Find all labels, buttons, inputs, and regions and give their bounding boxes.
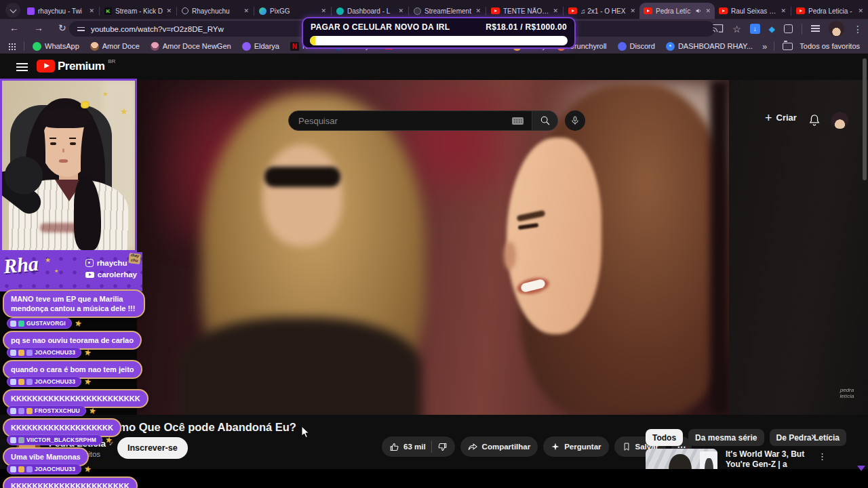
thumbs-down-icon[interactable] [437, 442, 448, 452]
search-box[interactable] [288, 110, 532, 131]
youtube-icon [491, 7, 500, 14]
search-button[interactable] [532, 110, 558, 131]
close-icon[interactable]: ✕ [858, 7, 863, 14]
voice-search-button[interactable] [565, 110, 585, 131]
ask-button[interactable]: Perguntar [543, 436, 608, 457]
bookmarks-overflow-icon[interactable]: » [762, 41, 767, 52]
chat-bubble: KKKKKKKKKKKKKKKKKKKKKK [3, 476, 138, 488]
bookmarks-divider [24, 41, 24, 51]
tab-kick[interactable]: KStream - Kick D✕ [100, 3, 176, 19]
thumbs-up-icon[interactable] [389, 442, 399, 452]
chip-de-pedra-leticia[interactable]: De Pedra Letícia [770, 429, 846, 446]
diamond-extension-icon[interactable]: ◆ [769, 24, 775, 34]
chat-badge-icon [10, 437, 16, 443]
stream-banner-overlay: Rha ★ ★ rhay chu rhaychu carolerhay [0, 252, 142, 291]
sunglasses [264, 167, 340, 187]
chat-username-pill: FROSTXXCHUU [7, 405, 86, 416]
streamelements-icon [414, 7, 421, 15]
back-icon[interactable]: ← [9, 22, 19, 33]
close-icon[interactable]: ✕ [705, 7, 711, 14]
subscribe-button[interactable]: Inscrever-se [117, 437, 188, 459]
close-icon[interactable]: ✕ [321, 7, 326, 14]
bookmark-discord[interactable]: Discord [618, 42, 655, 51]
chat-message: FROSTXXCHUU★ KKKKKKKKKKKKKKKKKKK [3, 405, 121, 437]
sticker-icon: ★ [83, 464, 92, 474]
search-input[interactable] [297, 115, 512, 127]
tab-separator [563, 7, 564, 16]
close-icon[interactable]: ✕ [630, 7, 635, 14]
close-icon[interactable]: ✕ [89, 7, 94, 14]
chat-username-pill: VIICTOR_BLACKSRPHM [7, 434, 102, 445]
close-icon[interactable]: ✕ [243, 7, 249, 14]
scroll-down-arrow-icon[interactable] [857, 466, 865, 471]
tab-pedra-leticia-2[interactable]: Pedra Leticia -✕ [792, 3, 867, 19]
tab-rhaychuu-twitch[interactable]: rhaychuu - Twi✕ [23, 3, 98, 19]
share-button[interactable]: Compartilhar [460, 436, 538, 457]
forward-icon[interactable]: → [34, 22, 43, 33]
chat-username-pill: GUSTAVORGI [7, 318, 72, 329]
page-scrollbar-thumb[interactable] [863, 58, 867, 180]
share-icon [468, 442, 478, 452]
site-settings-icon[interactable] [77, 26, 85, 33]
suggested-video-menu-icon[interactable]: ⋮ [818, 451, 827, 462]
notifications-button[interactable] [808, 113, 821, 129]
bookmarks-divider [774, 41, 774, 51]
reload-icon[interactable]: ↻ [58, 22, 66, 33]
close-icon[interactable]: ✕ [166, 7, 172, 14]
playlist-extension-icon[interactable] [811, 25, 820, 33]
youtube-profile-avatar[interactable] [831, 112, 848, 129]
url-text: youtube.com/watch?v=rO2z8DE_RYw [91, 25, 224, 33]
microphone-icon [570, 116, 580, 125]
tab-pedra-leticia-active[interactable]: Pedra Letíc✕ [639, 3, 715, 19]
bookmark-whatsapp[interactable]: WhatsApp [33, 42, 79, 51]
video-dark-region[interactable] [729, 80, 868, 415]
youtube-premium-logo[interactable]: Premium BR [37, 60, 115, 73]
twitch-icon [27, 7, 35, 15]
bookmark-dashboard-rhay[interactable]: *DASHBOARD RHAY... [666, 42, 753, 51]
bookmark-amor-doce[interactable]: Amor Doce [90, 42, 140, 51]
close-icon[interactable]: ✕ [553, 7, 558, 14]
microphone-head [5, 157, 43, 195]
create-button[interactable]: + Criar [765, 113, 797, 123]
chip-todos[interactable]: Todos [646, 429, 683, 446]
chat-badge-icon [18, 437, 24, 443]
close-icon[interactable]: ✕ [398, 7, 403, 14]
browser-menu-icon[interactable]: ⋮ [853, 24, 863, 35]
apps-grid-icon[interactable] [8, 43, 16, 50]
mouth [59, 159, 68, 163]
browser-profile-avatar[interactable] [829, 21, 844, 37]
sticker-icon: ★ [83, 347, 92, 358]
bookmark-eldarya[interactable]: Eldarya [242, 42, 279, 51]
extensions-icon[interactable] [784, 24, 793, 33]
chip-da-mesma-serie[interactable]: Da mesma série [688, 429, 764, 446]
amor-doce-newgen-icon [151, 42, 159, 51]
tab-search-button[interactable] [5, 3, 20, 18]
eye [50, 142, 56, 145]
video-watermark: pedra letícia [836, 387, 858, 399]
hamburger-menu-icon[interactable] [16, 63, 28, 71]
webcam-overlay: ★ ★ [0, 79, 137, 252]
bookmark-amor-doce-newgen[interactable]: Amor Doce NewGen [151, 42, 231, 51]
tab-raul-seixas[interactable]: Raul Seixas - V✕ [715, 3, 790, 19]
close-icon[interactable]: ✕ [781, 7, 786, 14]
goal-amount: R$18.01 / R$1000.00 [486, 22, 567, 32]
chat-message: GUSTAVORGI★ pq se nao ouviu teorama de c… [3, 318, 142, 350]
speaker-icon [695, 7, 702, 14]
close-icon[interactable]: ✕ [475, 7, 481, 14]
chips-next-icon[interactable]: › [811, 430, 815, 443]
all-favorites-button[interactable]: Todos os favoritos [783, 42, 860, 50]
chat-badge-icon [26, 408, 33, 414]
brunette-woman-face [507, 138, 601, 334]
tab-rhaychuchu[interactable]: Rhaychuchu✕ [178, 3, 253, 19]
youtube-handle: carolerhay [85, 270, 137, 279]
download-icon[interactable]: ↓ [750, 24, 760, 34]
cast-icon[interactable] [712, 24, 724, 34]
search-icon [540, 115, 551, 126]
like-count[interactable]: 63 mil [403, 443, 426, 451]
tab-2x1-hexa[interactable]: ♫ 2x1 - O HEX✕ [564, 3, 639, 19]
eye [70, 142, 76, 145]
chat-badge-icon [10, 408, 16, 414]
bookmark-star-icon[interactable]: ☆ [732, 24, 741, 35]
keyboard-icon[interactable] [512, 117, 524, 125]
mouse-cursor [301, 426, 312, 439]
